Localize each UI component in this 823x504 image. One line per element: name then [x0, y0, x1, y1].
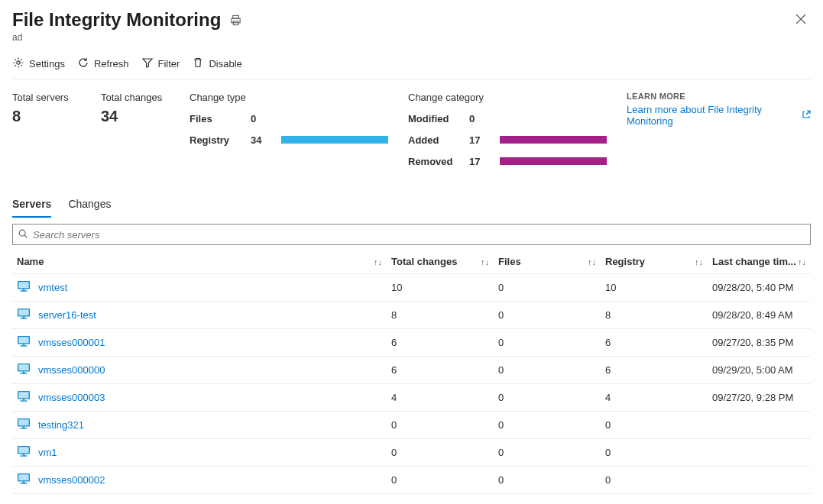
- table-row: vmsses00000340409/27/20, 9:28 PM: [12, 384, 811, 412]
- servers-table: Name↑↓ Total changes↑↓ Files↑↓ Registry↑…: [12, 250, 811, 494]
- server-link[interactable]: vmsses000003: [38, 392, 105, 403]
- svg-rect-37: [18, 474, 28, 480]
- server-link[interactable]: testing321: [38, 419, 84, 431]
- server-link[interactable]: vm1: [38, 447, 57, 458]
- svg-rect-19: [21, 345, 28, 346]
- cell-files: 0: [494, 357, 601, 384]
- print-icon[interactable]: [230, 15, 241, 26]
- tabs: Servers Changes: [12, 193, 811, 218]
- total-servers-label: Total servers: [12, 92, 81, 103]
- server-link[interactable]: vmsses000002: [38, 474, 105, 486]
- table-row: vmsses000002000: [12, 467, 811, 494]
- svg-point-6: [19, 230, 25, 236]
- vm-icon: [17, 418, 31, 432]
- search-box[interactable]: [12, 224, 811, 245]
- refresh-icon: [77, 57, 89, 71]
- learn-more-link[interactable]: Learn more about File Integrity Monitori…: [627, 104, 811, 127]
- cell-total-changes: 4: [387, 384, 494, 412]
- svg-rect-9: [18, 282, 28, 288]
- header: File Integrity Monitoring ad: [12, 9, 811, 43]
- sort-icon: ↑↓: [798, 257, 806, 267]
- refresh-label: Refresh: [94, 58, 129, 69]
- col-files[interactable]: Files↑↓: [494, 250, 601, 274]
- svg-rect-15: [21, 318, 28, 318]
- server-link[interactable]: server16-test: [38, 309, 96, 321]
- disable-button[interactable]: Disable: [192, 57, 241, 71]
- chart-bar-track: [281, 115, 388, 122]
- cell-total-changes: 6: [387, 357, 494, 384]
- col-name[interactable]: Name↑↓: [12, 250, 387, 274]
- chart-row: Removed17: [408, 150, 607, 172]
- chart-bar: [500, 136, 607, 144]
- filter-label: Filter: [158, 58, 180, 69]
- chart-category: Modified: [408, 113, 469, 124]
- stats-row: Total servers 8 Total changes 34 Change …: [12, 92, 811, 172]
- cell-last-change: 09/27/20, 8:35 PM: [708, 329, 811, 357]
- learn-more-heading: LEARN MORE: [627, 92, 811, 101]
- col-total-changes[interactable]: Total changes↑↓: [387, 250, 494, 274]
- vm-icon: [17, 445, 31, 460]
- change-type-title: Change type: [190, 92, 388, 103]
- cell-registry: 0: [601, 439, 708, 467]
- server-link[interactable]: vmsses000001: [38, 337, 105, 348]
- chart-category: Files: [190, 113, 251, 124]
- svg-rect-35: [21, 455, 28, 456]
- close-button[interactable]: [791, 9, 811, 29]
- svg-rect-25: [18, 392, 28, 398]
- cell-total-changes: 6: [387, 329, 494, 357]
- subtitle: ad: [12, 32, 791, 43]
- svg-rect-23: [21, 373, 28, 373]
- disable-label: Disable: [209, 58, 241, 69]
- svg-rect-14: [23, 317, 25, 318]
- cell-registry: 8: [601, 302, 708, 329]
- gear-icon: [12, 57, 24, 71]
- tab-servers[interactable]: Servers: [12, 193, 51, 218]
- chart-value: 17: [469, 156, 500, 167]
- cell-last-change: 09/27/20, 9:28 PM: [708, 384, 811, 412]
- cell-total-changes: 8: [387, 302, 494, 329]
- settings-label: Settings: [29, 58, 65, 69]
- cell-last-change: [708, 439, 811, 467]
- col-registry[interactable]: Registry↑↓: [601, 250, 708, 274]
- svg-rect-30: [23, 427, 25, 428]
- cell-files: 0: [494, 384, 601, 412]
- sort-icon: ↑↓: [695, 257, 703, 267]
- page-title: File Integrity Monitoring: [12, 9, 221, 31]
- cell-files: 0: [494, 302, 601, 329]
- table-row: vmsses00000060609/29/20, 5:00 AM: [12, 357, 811, 384]
- chart-bar-track: [500, 115, 607, 122]
- tab-changes[interactable]: Changes: [68, 193, 111, 218]
- total-changes-label: Total changes: [101, 92, 170, 103]
- vm-icon: [17, 280, 31, 295]
- svg-rect-10: [23, 289, 25, 291]
- svg-rect-39: [21, 483, 28, 483]
- total-changes-value: 34: [101, 108, 170, 125]
- chart-row: Modified0: [408, 108, 607, 129]
- filter-button[interactable]: Filter: [141, 57, 180, 71]
- cell-registry: 6: [601, 357, 708, 384]
- server-link[interactable]: vmsses000000: [38, 364, 105, 376]
- svg-rect-13: [18, 309, 28, 315]
- svg-rect-11: [21, 290, 28, 291]
- vm-icon: [17, 308, 31, 322]
- settings-button[interactable]: Settings: [12, 57, 65, 71]
- chart-bar: [281, 136, 388, 144]
- cell-registry: 0: [601, 412, 708, 439]
- change-type-chart: Change type Files0Registry34: [190, 92, 388, 172]
- search-input[interactable]: [31, 228, 805, 241]
- sort-icon: ↑↓: [481, 257, 489, 267]
- table-row: vmtest1001009/28/20, 5:40 PM: [12, 274, 811, 302]
- svg-point-5: [17, 61, 20, 64]
- cell-files: 0: [494, 412, 601, 439]
- refresh-button[interactable]: Refresh: [77, 57, 129, 71]
- vm-icon: [17, 390, 31, 405]
- change-category-chart: Change category Modified0Added17Removed1…: [408, 92, 607, 172]
- svg-rect-38: [23, 482, 25, 483]
- server-link[interactable]: vmtest: [38, 282, 67, 293]
- svg-rect-33: [18, 447, 28, 453]
- cell-last-change: [708, 467, 811, 494]
- svg-rect-29: [18, 419, 28, 425]
- col-last-change[interactable]: Last change tim...↑↓: [708, 250, 811, 274]
- chart-bar: [500, 157, 607, 165]
- chart-category: Removed: [408, 156, 469, 167]
